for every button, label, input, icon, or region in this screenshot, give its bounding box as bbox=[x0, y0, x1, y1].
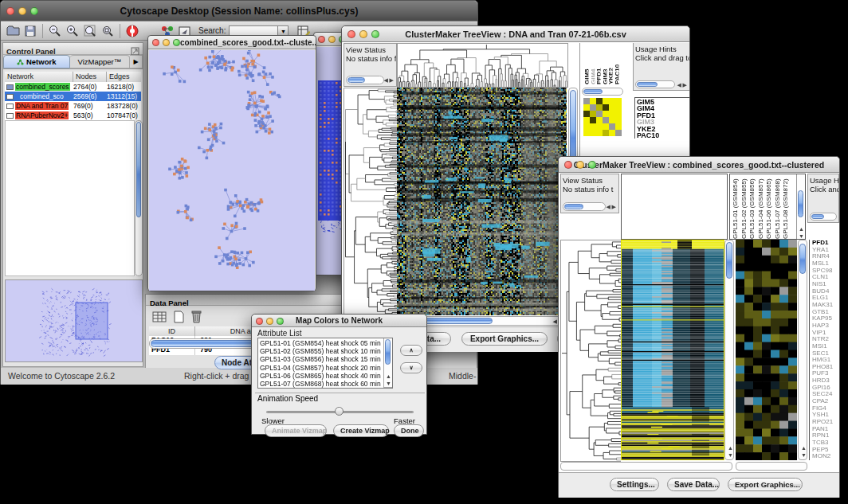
matrix-cell[interactable] bbox=[609, 130, 615, 136]
scroll-right-arrow[interactable]: ▶ bbox=[390, 77, 394, 83]
export-graphics-button[interactable]: Export Graphics... bbox=[728, 478, 803, 491]
usage-hints-scrollbar[interactable] bbox=[810, 213, 837, 221]
scroll-up-arrow[interactable]: ▲ bbox=[728, 445, 733, 451]
scroll-up-arrow[interactable]: ▲ bbox=[799, 226, 804, 232]
matrix-cell[interactable] bbox=[596, 104, 603, 111]
treeview1-zoom-heatmap[interactable] bbox=[583, 98, 622, 136]
attribute-list-item[interactable]: GPL51-01 (GSM854) heat shock 05 min bbox=[260, 339, 391, 347]
treeview1-column-dendrogram[interactable] bbox=[397, 43, 568, 88]
tab-network[interactable]: Network bbox=[3, 55, 70, 68]
matrix-cell[interactable] bbox=[603, 98, 609, 104]
matrix-cell[interactable] bbox=[590, 104, 596, 111]
network-list-scrollbar[interactable] bbox=[135, 120, 143, 276]
network-overview-thumbnail[interactable] bbox=[5, 279, 143, 362]
treeview2-heatmap[interactable] bbox=[621, 240, 724, 460]
attribute-list-item[interactable]: GPL51-02 (GSM855) heat shock 10 min bbox=[260, 347, 391, 355]
matrix-cell[interactable] bbox=[590, 98, 596, 104]
close-button[interactable] bbox=[6, 7, 14, 15]
matrix-cell[interactable] bbox=[609, 104, 615, 111]
matrix-cell[interactable] bbox=[583, 117, 590, 123]
network-table-row[interactable]: combined_scores2764(0)16218(0) bbox=[5, 82, 141, 92]
matrix-cell[interactable] bbox=[590, 123, 596, 130]
treeview2-zoom-vscrollbar[interactable]: ▲ ▼ bbox=[798, 240, 807, 460]
view-status-scrollbar[interactable] bbox=[563, 202, 606, 211]
export-graphics-button[interactable]: Export Graphics... bbox=[461, 332, 548, 346]
matrix-cell[interactable] bbox=[583, 123, 590, 130]
matrix-cell[interactable] bbox=[590, 117, 596, 123]
zoom-out-icon[interactable] bbox=[46, 23, 64, 39]
zoom-selected-icon[interactable] bbox=[99, 23, 116, 39]
network-table-row[interactable]: RNAPuberNov2+563(0)107847(0) bbox=[5, 111, 141, 120]
tab-overflow-button[interactable]: ▶ bbox=[130, 55, 143, 68]
create-vizmap-button[interactable]: Create Vizmap bbox=[333, 424, 389, 437]
matrix-cell[interactable] bbox=[596, 98, 603, 104]
treeview1-mini-hscrollbar[interactable] bbox=[582, 88, 623, 96]
gene-label[interactable]: MON2 bbox=[812, 453, 839, 460]
treeview1-row-dendrogram[interactable] bbox=[344, 88, 398, 317]
matrix-cell[interactable] bbox=[596, 123, 603, 130]
close-button[interactable] bbox=[564, 161, 572, 169]
zoom-in-icon[interactable] bbox=[64, 23, 81, 39]
matrix-cell[interactable] bbox=[603, 130, 609, 136]
scroll-up-arrow[interactable]: ▲ bbox=[801, 445, 807, 451]
treeview2-zoom-heatmap[interactable] bbox=[736, 240, 797, 460]
treeview2-heatmap-vscrollbar[interactable]: ▲ ▼ bbox=[724, 240, 734, 460]
matrix-cell[interactable] bbox=[583, 98, 590, 104]
attribute-list-item[interactable]: GPL51-06 (GSM865) heat shock 40 min bbox=[260, 372, 391, 380]
attribute-list-item[interactable]: GPL51-03 (GSM856) heat shock 15 min bbox=[260, 355, 391, 363]
close-button[interactable] bbox=[152, 39, 159, 46]
save-icon[interactable] bbox=[22, 23, 39, 39]
network-table-row[interactable]: combined_sco2569(6)13112(15) bbox=[5, 92, 141, 101]
matrix-cell[interactable] bbox=[615, 111, 622, 117]
matrix-cell[interactable] bbox=[596, 111, 603, 117]
minimize-button[interactable] bbox=[328, 36, 336, 43]
matrix-cell[interactable] bbox=[615, 123, 622, 130]
scroll-up-arrow[interactable]: ▲ bbox=[386, 373, 391, 379]
matrix-cell[interactable] bbox=[603, 123, 609, 130]
minimize-button[interactable] bbox=[359, 30, 367, 38]
close-button[interactable] bbox=[256, 318, 263, 325]
treeview1-titlebar[interactable]: ClusterMaker TreeView : DNA and Tran 07-… bbox=[342, 26, 689, 42]
network-table-row[interactable]: DNA and Tran 07769(0)183728(0) bbox=[5, 101, 141, 111]
treeview2-hscrollbar-left[interactable] bbox=[560, 462, 732, 471]
view-status-scrollbar[interactable] bbox=[346, 76, 384, 84]
attribute-list-scrollbar[interactable]: ▲ ▼ bbox=[383, 338, 392, 388]
treeview2-row-dendrogram[interactable] bbox=[560, 240, 621, 462]
scroll-left-arrow[interactable]: ◀ bbox=[677, 82, 681, 88]
matrix-cell[interactable] bbox=[583, 111, 590, 117]
column-labels-scrollbar[interactable]: ▲ ▼ bbox=[796, 174, 805, 239]
matrix-cell[interactable] bbox=[603, 104, 609, 111]
network-view-canvas[interactable] bbox=[149, 50, 315, 291]
zoom-button[interactable] bbox=[277, 318, 284, 325]
treeview1-heatmap[interactable] bbox=[397, 88, 567, 315]
attribute-listbox[interactable]: GPL51-01 (GSM854) heat shock 05 minGPL51… bbox=[257, 338, 393, 389]
matrix-cell[interactable] bbox=[615, 98, 622, 104]
scroll-right-arrow[interactable]: ▶ bbox=[683, 82, 687, 88]
delete-attribute-icon[interactable] bbox=[190, 310, 202, 326]
matrix-cell[interactable] bbox=[596, 117, 603, 123]
matrix-cell[interactable] bbox=[609, 98, 615, 104]
animation-speed-slider[interactable] bbox=[266, 407, 414, 416]
help-lifesaver-icon[interactable] bbox=[124, 23, 141, 39]
treeview2-hscrollbar-right[interactable] bbox=[736, 462, 807, 471]
scroll-down-arrow[interactable]: ▼ bbox=[728, 452, 733, 458]
save-data-button[interactable]: Save Data... bbox=[667, 478, 720, 491]
scroll-down-arrow[interactable]: ▼ bbox=[386, 381, 391, 386]
matrix-cell[interactable] bbox=[615, 130, 622, 136]
matrix-cell[interactable] bbox=[583, 104, 590, 111]
tab-vizmapper[interactable]: VizMapper™ bbox=[70, 55, 130, 68]
scroll-down-arrow[interactable]: ▼ bbox=[801, 452, 807, 458]
close-button[interactable] bbox=[318, 36, 325, 43]
matrix-cell[interactable] bbox=[596, 130, 603, 136]
minimize-button[interactable] bbox=[18, 7, 26, 15]
new-attribute-icon[interactable] bbox=[173, 311, 185, 326]
zoom-button[interactable] bbox=[173, 39, 180, 46]
matrix-cell[interactable] bbox=[590, 130, 596, 136]
move-up-button[interactable]: ∧ bbox=[400, 345, 422, 356]
minimize-button[interactable] bbox=[576, 161, 584, 169]
scroll-left-arrow[interactable]: ◀ bbox=[607, 204, 610, 209]
matrix-cell[interactable] bbox=[609, 123, 615, 130]
matrix-cell[interactable] bbox=[609, 111, 615, 117]
treeview2-titlebar[interactable]: ClusterMaker TreeView : combined_scores_… bbox=[559, 157, 839, 173]
zoom-fit-icon[interactable] bbox=[81, 23, 99, 39]
